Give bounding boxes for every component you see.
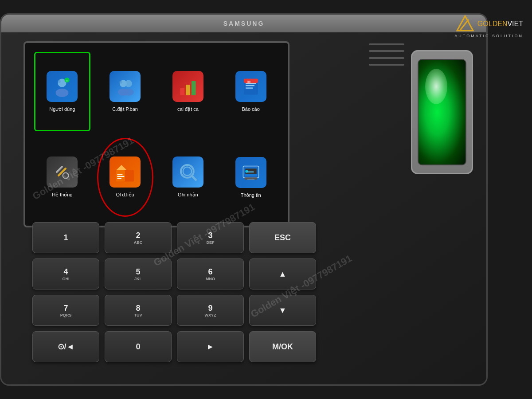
- report-icon: IIII: [235, 71, 266, 102]
- key-5[interactable]: 5JKL: [105, 258, 172, 289]
- log-icon: [172, 156, 203, 188]
- speaker-line-2: [369, 50, 404, 52]
- menu-item-label-nguoi-dung: Người dùng: [49, 106, 75, 112]
- system-icon: [47, 156, 78, 188]
- key--[interactable]: ►: [177, 331, 244, 362]
- svg-marker-24: [116, 165, 127, 170]
- fingerprint-highlight: [425, 69, 447, 104]
- svg-line-19: [57, 167, 62, 172]
- svg-rect-35: [246, 171, 254, 172]
- info-icon: [235, 157, 266, 188]
- menu-item-nguoi-dung[interactable]: +Người dùng: [34, 52, 90, 131]
- menu-item-cai-dat-ca[interactable]: cai đặt ca: [160, 52, 216, 131]
- svg-point-8: [125, 80, 132, 87]
- brand-bar: SAMSUNG: [1, 15, 486, 32]
- logo-viet: VIET: [507, 20, 523, 27]
- screen-container: +Người dùngC.đặt P.bancai đặt caIIIIBáo …: [23, 41, 289, 227]
- svg-text:+: +: [66, 78, 68, 82]
- svg-rect-27: [117, 178, 122, 179]
- menu-item-label-he-thong: Hệ thống: [52, 192, 72, 198]
- svg-rect-10: [180, 88, 184, 95]
- svg-line-30: [192, 176, 196, 180]
- key-1[interactable]: 1: [32, 222, 99, 253]
- key-9[interactable]: 9WXYZ: [177, 295, 244, 326]
- key--[interactable]: ▲: [249, 258, 316, 289]
- svg-rect-25: [117, 174, 123, 175]
- user-icon: +: [47, 71, 78, 102]
- svg-rect-23: [116, 170, 125, 182]
- menu-item-label-ghi-nhan: Ghi nhận: [178, 192, 198, 198]
- svg-rect-11: [186, 85, 190, 95]
- svg-text:IIII: IIII: [247, 80, 250, 83]
- logo-subtitle: AUTOMATIC SOLUTION: [454, 34, 523, 38]
- logo-text: GOLDENVIET: [477, 20, 523, 28]
- svg-point-1: [58, 80, 61, 82]
- device-body: SAMSUNG +Người dùngC.đặt P.bancai đặt ca…: [0, 13, 488, 386]
- key-7[interactable]: 7PQRS: [32, 295, 99, 326]
- keypad: 12ABC3DEFESC4GHI5JKL6MNO▲7PQRS8TUV9WXYZ▼…: [23, 213, 325, 371]
- svg-rect-37: [247, 179, 254, 180]
- settings-icon: [110, 71, 141, 102]
- key-6[interactable]: 6MNO: [177, 258, 244, 289]
- fingerprint-scanner[interactable]: [418, 59, 466, 165]
- menu-item-label-c-dat-p-ban: C.đặt P.ban: [112, 106, 138, 112]
- svg-point-2: [56, 89, 69, 97]
- svg-line-39: [460, 20, 469, 31]
- speaker-grille: [369, 41, 404, 68]
- svg-point-29: [183, 167, 192, 176]
- speaker-line-1: [369, 43, 404, 45]
- key-M-OK[interactable]: M/OK: [249, 331, 316, 362]
- shift-icon: [172, 71, 203, 102]
- menu-item-he-thong[interactable]: Hệ thống: [34, 138, 90, 217]
- key-8[interactable]: 8TUV: [105, 295, 172, 326]
- key-ESC[interactable]: ESC: [249, 222, 316, 253]
- svg-point-9: [123, 89, 134, 96]
- key-2[interactable]: 2ABC: [105, 222, 172, 253]
- svg-rect-15: [246, 85, 254, 86]
- logo-area: GOLDENVIET AUTOMATIC SOLUTION: [434, 9, 523, 44]
- svg-rect-17: [244, 79, 258, 83]
- device-brand: SAMSUNG: [223, 20, 265, 27]
- svg-rect-12: [192, 81, 196, 95]
- speaker-line-4: [369, 64, 404, 66]
- menu-item-c-dat-p-ban[interactable]: C.đặt P.ban: [97, 52, 153, 131]
- menu-item-qi-d-lieu[interactable]: Ql d.liệu: [97, 138, 153, 217]
- menu-item-ghi-nhan[interactable]: Ghi nhận: [160, 138, 216, 217]
- screen: +Người dùngC.đặt P.bancai đặt caIIIIBáo …: [25, 43, 288, 226]
- key--[interactable]: ▼: [249, 295, 316, 326]
- logo-icon: [456, 15, 474, 33]
- menu-item-bao-cao[interactable]: IIIIBáo cáo: [223, 52, 279, 131]
- key-0[interactable]: 0: [105, 331, 172, 362]
- menu-item-label-bao-cao: Báo cáo: [242, 106, 259, 112]
- speaker-line-3: [369, 57, 404, 59]
- svg-point-21: [63, 173, 69, 179]
- logo-golden: GOLDEN: [477, 20, 508, 27]
- key-4[interactable]: 4GHI: [32, 258, 99, 289]
- menu-item-label-thong-tin: Thông tin: [241, 192, 261, 198]
- svg-rect-26: [117, 176, 125, 177]
- menu-item-label-cai-dat-ca: cai đặt ca: [177, 106, 199, 112]
- svg-point-6: [119, 81, 122, 83]
- svg-rect-16: [246, 88, 253, 89]
- key-3[interactable]: 3DEF: [177, 222, 244, 253]
- logo-top: GOLDENVIET: [456, 15, 523, 33]
- fingerprint-area: [411, 50, 473, 174]
- key----[interactable]: ⊙/◄: [32, 331, 99, 362]
- data-icon: [110, 156, 141, 188]
- menu-item-label-qi-d-lieu: Ql d.liệu: [116, 192, 134, 198]
- menu-item-thong-tin[interactable]: Thông tin: [223, 138, 279, 217]
